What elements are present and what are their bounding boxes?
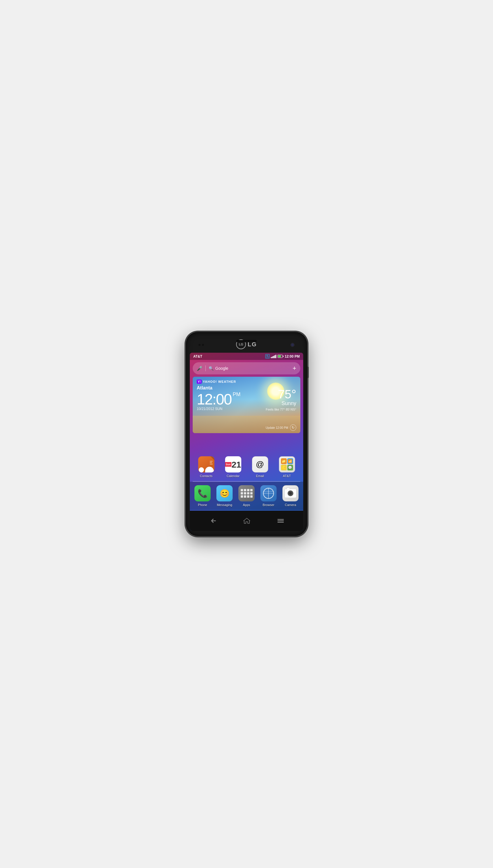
weather-widget[interactable]: Y! YAHOO! WEATHER Atlanta 12:00PM 10/21/… — [193, 377, 300, 433]
navigation-bar — [190, 511, 303, 531]
contacts-corner-fold — [210, 456, 214, 460]
email-at-symbol: @ — [256, 460, 264, 469]
browser-app-label: Browser — [263, 503, 274, 507]
weather-refresh-button[interactable]: ↻ — [290, 425, 296, 431]
phone-device: LG LG AT&T 4G LTE — [186, 332, 307, 536]
weather-feels-like: Feels like 77° 85°/65° — [265, 408, 296, 411]
signal-icon — [271, 355, 276, 358]
camera-dock-icon[interactable]: Camera — [280, 485, 301, 507]
phone-top-bezel: LG LG — [190, 337, 303, 353]
weather-temp-area: 75° Sunny Feels like 77° 85°/65° — [265, 388, 296, 411]
camera-icon-image — [282, 485, 299, 501]
google-search-bar[interactable]: 🎤 🔍 Google + — [193, 362, 300, 374]
menu-lines-icon — [277, 519, 284, 523]
email-icon-image: @ — [252, 456, 268, 473]
home-button[interactable] — [241, 515, 253, 526]
back-arrow-icon — [209, 518, 216, 524]
weather-footer: Update 12:00 PM ↻ — [265, 425, 296, 431]
yahoo-y-logo: Y! — [197, 379, 202, 384]
earpiece-speaker — [236, 340, 257, 342]
weather-period: PM — [233, 391, 240, 397]
menu-button[interactable] — [275, 517, 286, 525]
search-divider — [206, 365, 206, 371]
home-screen: AT&T 4G LTE — [190, 353, 303, 531]
microphone-icon[interactable]: 🎤 — [197, 366, 202, 371]
browser-icon-image — [260, 485, 277, 501]
messaging-dock-icon[interactable]: 😊 Messaging — [214, 485, 235, 507]
weather-content: Y! YAHOO! WEATHER Atlanta 12:00PM 10/21/… — [193, 377, 300, 433]
phone-symbol: 📞 — [198, 489, 208, 498]
calendar-day-number: 21 — [232, 459, 241, 470]
home-icon — [243, 518, 251, 524]
email-app-icon[interactable]: @ Email — [250, 456, 270, 478]
apps-grid-visual — [239, 488, 254, 499]
weather-provider-text: YAHOO! WEATHER — [203, 380, 236, 383]
google-label: Google — [215, 366, 228, 371]
calendar-icon-image: Sun 21 — [225, 456, 241, 473]
phone-dock-icon[interactable]: 📞 Phone — [192, 485, 213, 507]
weather-clock: 12:00 — [197, 391, 232, 408]
status-time: 12:00 PM — [285, 354, 300, 359]
dock-bar: 📞 Phone 😊 Messaging — [190, 482, 303, 510]
contacts-app-label: Contacts — [200, 474, 212, 478]
front-sensors — [198, 344, 204, 346]
weather-update-text: Update 12:00 PM — [265, 426, 288, 429]
search-left-group: 🎤 🔍 Google — [197, 365, 228, 371]
camera-app-label: Camera — [285, 503, 296, 507]
messaging-symbol: 😊 — [220, 489, 230, 498]
att-icon-image: 📁 📶 ⭐ 💬 — [279, 456, 295, 473]
weather-temperature: 75° — [265, 388, 296, 400]
att-app-icon[interactable]: 📁 📶 ⭐ 💬 AT&T — [277, 456, 297, 478]
phone-app-label: Phone — [198, 503, 207, 507]
calendar-app-icon[interactable]: Sun 21 Calendar — [223, 456, 243, 478]
att-sub-2: 📶 — [287, 458, 293, 464]
att-app-label: AT&T — [283, 474, 291, 478]
messaging-icon-image: 😊 — [216, 485, 233, 501]
camera-bump-shape — [286, 487, 290, 489]
contacts-body-shape — [205, 467, 214, 473]
email-app-label: Email — [256, 474, 264, 478]
lte-badge: 4G LTE — [265, 354, 270, 359]
apps-dock-icon[interactable]: Apps — [236, 485, 257, 507]
calendar-app-label: Calendar — [227, 474, 239, 478]
contacts-icon-image — [198, 456, 214, 473]
home-apps-grid: Contacts Sun 21 Calendar @ Email — [190, 436, 303, 481]
att-sub-3: ⭐ — [281, 465, 287, 471]
contacts-lines-detail — [210, 461, 213, 464]
apps-icon-image — [238, 485, 255, 501]
google-text-area[interactable]: 🔍 Google — [209, 366, 228, 371]
weather-condition: Sunny — [265, 400, 296, 407]
calendar-day-name: Sun — [225, 462, 232, 467]
contacts-app-icon[interactable]: Contacts — [196, 456, 216, 478]
browser-dock-icon[interactable]: Browser — [258, 485, 279, 507]
add-widget-icon[interactable]: + — [293, 365, 296, 372]
camera-lens-shape — [287, 491, 293, 496]
apps-app-label: Apps — [243, 503, 250, 507]
browser-globe-icon — [263, 488, 274, 499]
status-bar: AT&T 4G LTE — [190, 353, 303, 360]
front-camera — [291, 343, 295, 347]
yahoo-weather-logo: Y! YAHOO! WEATHER — [197, 379, 296, 384]
back-button[interactable] — [207, 516, 218, 526]
contacts-head-shape — [199, 467, 204, 473]
status-icons: 4G LTE — [265, 354, 300, 359]
battery-icon — [277, 355, 283, 358]
att-sub-1: 📁 — [281, 458, 287, 464]
google-search-icon: 🔍 — [209, 366, 214, 371]
messaging-app-label: Messaging — [217, 503, 232, 507]
camera-body-shape — [284, 489, 297, 498]
phone-icon-image: 📞 — [194, 485, 211, 501]
carrier-text: AT&T — [193, 354, 202, 359]
att-sub-4: 💬 — [287, 465, 293, 471]
screen: AT&T 4G LTE — [190, 353, 303, 531]
